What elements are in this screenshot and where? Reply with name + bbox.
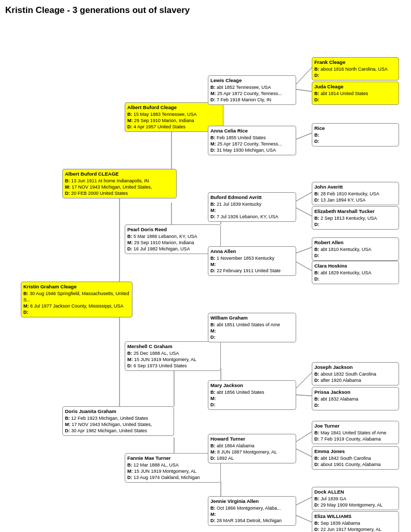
person-birth-buford_avritt: B: 21 Jul 1839 Kentucky <box>210 201 294 207</box>
person-death-doris_graham: D: 30 Apr 1982 Michigan, United States <box>65 428 171 434</box>
person-death-robert_allen: D: <box>314 252 396 259</box>
svg-line-6 <box>296 133 312 139</box>
person-box-john_averitt: John AverittB: 28 Feb 1810 Kentucky, USA… <box>312 182 399 205</box>
svg-line-31 <box>296 373 312 388</box>
person-death-john_averitt: D: 13 Jan 1894 KY, USA <box>314 197 396 203</box>
person-name-kristin: Kristin Graham Cleage <box>23 284 130 290</box>
person-death-juda_cleage: D: <box>314 97 396 103</box>
person-name-anna_rice: Anna Celia Rice <box>210 128 294 135</box>
person-marriage-jennie_allen: M: <box>210 511 294 517</box>
svg-line-39 <box>296 497 312 505</box>
person-name-clara_hoskins: Clara Hoskins <box>314 263 396 270</box>
person-birth-robert_allen: B: abt 1810 Kentucky, USA <box>314 246 396 252</box>
svg-line-17 <box>296 247 312 253</box>
person-birth-albert_cleage_sr: B: 15 May 1883 Tennessee, USA <box>127 111 221 117</box>
person-marriage-mary_jackson: M: <box>210 395 294 402</box>
person-name-lewis_cleage: Lewis Cleage <box>210 77 294 84</box>
person-marriage-anna_rice: M: 25 Apr 1872 County, Tenness... <box>210 141 294 147</box>
person-box-joseph_jackson: Joseph JacksonB: about 1832 South Caroli… <box>312 362 399 385</box>
person-name-joseph_jackson: Joseph Jackson <box>314 364 396 371</box>
person-box-kristin: Kristin Graham CleageB: 30 Aug 1946 Spri… <box>21 282 132 317</box>
person-box-fannie_turner: Fannie Mae TurnerB: 12 Mar 1888 AL, USAM… <box>125 453 221 483</box>
person-birth-clara_hoskins: B: abt 1829 Kentucky, USA <box>314 270 396 276</box>
person-birth-anna_rice: B: Feb 1855 United States <box>210 135 294 141</box>
person-death-buford_avritt: D: 7 Jul 1926 Lebanon, KY, USA <box>210 214 294 220</box>
person-death-albert_cleage_sr: D: 4 Apr 1957 United States <box>127 124 221 130</box>
person-birth-joseph_jackson: B: about 1832 South Carolina <box>314 371 396 377</box>
person-box-elizabeth_tucker: Elizabeth Marshall TuckerB: 2 Sep 1813 K… <box>312 206 399 230</box>
person-birth-eliza_williams: B: Sep 1839 Alabama <box>314 520 396 526</box>
person-death-frank_cleage: D: <box>314 72 396 78</box>
person-box-mershell_graham: Mershell C GrahamB: 25 Dec 1888 AL, USAM… <box>125 341 221 371</box>
svg-line-38 <box>296 449 312 457</box>
svg-line-18 <box>296 262 312 271</box>
person-marriage-kristin: M: 6 Jul 1977 Jackson County, Mississipp… <box>23 303 130 309</box>
person-marriage-pearl_reed: M: 29 Sep 1910 Marion, Indiana <box>127 240 218 246</box>
person-marriage-lewis_cleage: M: 25 Apr 1872 County, Tenness... <box>210 90 294 97</box>
person-death-pearl_reed: D: 16 Jul 1982 Michigan, USA <box>127 246 218 252</box>
person-death-eliza_williams: D: 22 Jun 1917 Montgomery, AL <box>314 526 396 532</box>
person-marriage-howard_turner: M: 8 JUN 1887 Montgomery, AL <box>210 449 294 455</box>
person-name-juda_cleage: Juda Cleage <box>314 84 396 90</box>
svg-line-40 <box>296 515 312 522</box>
person-name-albert_cleage_sr: Albert Buford Cleage <box>127 104 221 111</box>
svg-line-0 <box>296 68 312 84</box>
person-birth-dock_allen: B: Jul 1839 GA <box>314 496 396 502</box>
person-box-eliza_williams: Eliza WILLIAMSB: Sep 1839 AlabamaD: 22 J… <box>312 511 399 532</box>
svg-line-15 <box>296 192 312 201</box>
person-birth-elizabeth_tucker: B: 2 Sep 1813 Kentucky, USA <box>314 215 396 221</box>
person-death-joe_turner: D: 7 Feb 1919 County, Alabama <box>314 436 396 442</box>
person-birth-pearl_reed: B: 5 Mar 1886 Lebanon, KY, USA <box>127 233 218 240</box>
person-birth-joe_turner: B: May 1841 United States of Ame <box>314 430 396 436</box>
person-box-frank_cleage: Frank CleageB: about 1816 North Carolina… <box>312 57 399 81</box>
person-birth-mary_jackson: B: abt 1856 United States <box>210 389 294 395</box>
person-name-joe_turner: Joe Turner <box>314 423 396 430</box>
person-box-anna_rice: Anna Celia RiceB: Feb 1855 United States… <box>208 126 296 155</box>
person-box-prissa_jackson: Prissa JacksonB: abt 1832 AlabamaD: <box>312 387 399 410</box>
person-name-dock_allen: Dock ALLEN <box>314 489 396 496</box>
person-death-elizabeth_tucker: D: <box>314 221 396 228</box>
person-box-doris_graham: Doris Juanita GrahamB: 12 Feb 1923 Michi… <box>62 406 174 436</box>
person-death-mershell_graham: D: 6 Sep 1973 United States <box>127 363 218 369</box>
person-birth-juda_cleage: B: abt 1814 United States <box>314 90 396 97</box>
person-death-mary_jackson: D: <box>210 402 294 408</box>
person-box-howard_turner: Howard TurnerB: abt 1864 AlabamaM: 8 JUN… <box>208 434 296 463</box>
person-box-anna_allen: Anna AllenB: 1 November 1853 KentuckyM:D… <box>208 246 296 276</box>
person-box-juda_cleage: Juda CleageB: abt 1814 United StatesD: <box>312 82 399 105</box>
person-name-fannie_turner: Fannie Mae Turner <box>127 455 218 462</box>
svg-line-1 <box>296 89 312 91</box>
person-name-william_graham: William Graham <box>210 315 294 322</box>
person-box-joe_turner: Joe TurnerB: May 1841 United States of A… <box>312 421 399 444</box>
person-name-robert_allen: Robert Allen <box>314 240 396 246</box>
person-birth-rice: B: <box>314 132 396 138</box>
person-death-albert_cleage_jr: D: 20 FEB 2000 United States <box>65 190 174 196</box>
person-name-anna_allen: Anna Allen <box>210 248 294 255</box>
person-death-emma_jones: D: about 1901 County, Alabama <box>314 461 396 468</box>
person-box-jennie_allen: Jennie Virginia AllenB: Oct 1866 Montgom… <box>208 496 296 526</box>
person-death-lewis_cleage: D: 7 Feb 1918 Marion Cty, IN <box>210 97 294 103</box>
person-name-john_averitt: John Averitt <box>314 184 396 191</box>
person-birth-fannie_turner: B: 12 Mar 1888 AL, USA <box>127 462 218 468</box>
person-death-howard_turner: D: 1892 AL <box>210 455 294 461</box>
person-death-kristin: D: <box>23 309 130 315</box>
person-marriage-albert_cleage_jr: M: 17 NOV 1943 Michigan, United States, <box>65 184 174 190</box>
person-death-joseph_jackson: D: after 1920 Alabama <box>314 377 396 383</box>
person-name-prissa_jackson: Prissa Jackson <box>314 389 396 396</box>
person-death-anna_allen: D: 22 February 1911 United State <box>210 268 294 274</box>
person-box-buford_avritt: Buford Edmond AvrittB: 21 Jul 1839 Kentu… <box>208 192 296 222</box>
person-box-rice: RiceB:D: <box>312 123 399 147</box>
person-death-fannie_turner: D: 13 Aug 1974 Oakland, Michigan <box>127 474 218 481</box>
person-death-anna_rice: D: 31 May 1930 Michigan, USA <box>210 147 294 153</box>
person-marriage-mershell_graham: M: 15 JUN 1919 Montgomery, AL <box>127 356 218 363</box>
page-title: Kristin Cleage - 3 generations out of sl… <box>5 5 406 16</box>
person-birth-frank_cleage: B: about 1816 North Carolina, USA <box>314 66 396 72</box>
person-birth-mershell_graham: B: 25 Dec 1888 AL, USA <box>127 350 218 356</box>
person-box-lewis_cleage: Lewis CleageB: abt 1852 Tennessee, USAM:… <box>208 75 296 105</box>
person-name-mershell_graham: Mershell C Graham <box>127 343 218 350</box>
person-name-howard_turner: Howard Turner <box>210 436 294 443</box>
person-marriage-william_graham: M: <box>210 328 294 334</box>
person-birth-emma_jones: B: abt 1842 South Carolina <box>314 455 396 461</box>
person-name-albert_cleage_jr: Albert Buford CLEAGE <box>65 171 174 178</box>
person-box-emma_jones: Emma JonesB: abt 1842 South CarolinaD: a… <box>312 446 399 470</box>
svg-line-16 <box>296 208 312 216</box>
